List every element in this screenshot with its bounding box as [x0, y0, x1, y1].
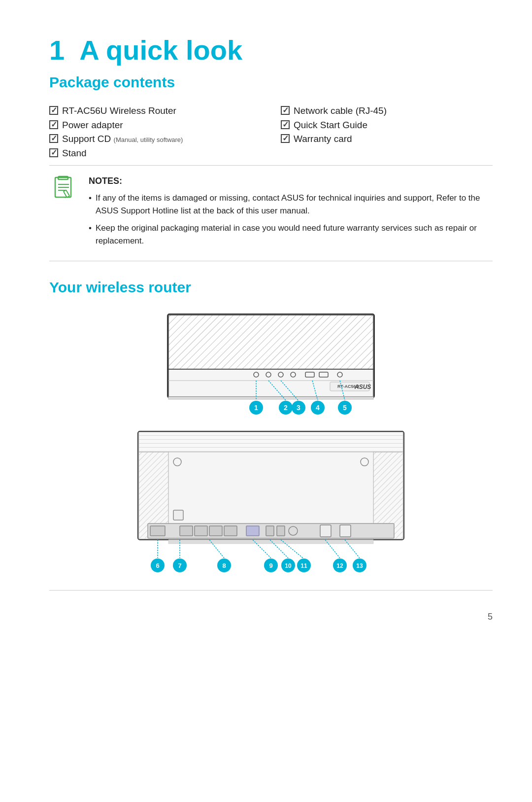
checkbox-icon [49, 134, 58, 143]
svg-rect-52 [209, 526, 222, 536]
wireless-router-title: Your wireless router [49, 276, 493, 298]
svg-text:9: 9 [269, 562, 272, 569]
svg-rect-59 [340, 525, 351, 537]
checkbox-icon [49, 148, 58, 157]
router-images: RT-AC56U ASUS 1 [49, 309, 493, 575]
svg-text:3: 3 [297, 404, 300, 412]
svg-rect-56 [277, 526, 285, 536]
list-item: Support CD (Manual, utility software) [49, 132, 261, 146]
wireless-router-section: Your wireless router [49, 276, 493, 575]
svg-rect-55 [266, 526, 274, 536]
item-label: RT-AC56U Wireless Router [62, 104, 176, 118]
svg-rect-54 [246, 526, 259, 536]
router-back-svg: 6 7 8 9 10 11 12 1 [133, 427, 409, 575]
checkbox-icon [49, 120, 58, 129]
notes-list: If any of the items is damaged or missin… [89, 192, 493, 247]
note-item: If any of the items is damaged or missin… [89, 192, 493, 217]
package-contents-title: Package contents [49, 71, 493, 93]
svg-rect-22 [168, 397, 373, 399]
list-item: Network cable (RJ-45) [281, 104, 493, 118]
svg-rect-50 [180, 526, 193, 536]
svg-text:7: 7 [178, 562, 181, 569]
svg-rect-9 [168, 315, 373, 369]
list-item: Warranty card [281, 132, 493, 146]
bottom-divider [49, 590, 493, 591]
notes-icon-area [49, 174, 79, 252]
svg-rect-51 [195, 526, 207, 536]
svg-rect-41 [139, 432, 403, 452]
item-label: Quick Start Guide [294, 118, 367, 133]
checkbox-icon [281, 106, 290, 115]
item-label: Network cable (RJ-45) [294, 104, 387, 118]
checkbox-icon [281, 120, 290, 129]
svg-text:5: 5 [343, 404, 347, 412]
list-item: Power adapter [49, 118, 261, 133]
svg-text:13: 13 [356, 562, 363, 569]
svg-rect-53 [224, 526, 237, 536]
chapter-number: 1 [49, 35, 65, 66]
item-small-text: (Manual, utility software) [114, 136, 183, 143]
svg-text:11: 11 [300, 562, 307, 569]
svg-rect-49 [150, 526, 165, 536]
package-items-right: Network cable (RJ-45) Quick Start Guide … [281, 104, 493, 160]
svg-text:4: 4 [316, 404, 320, 412]
router-front-view: RT-AC56U ASUS 1 [163, 309, 379, 418]
svg-text:6: 6 [156, 562, 159, 569]
svg-rect-5 [64, 190, 69, 197]
list-item: Quick Start Guide [281, 118, 493, 133]
list-item: Stand [49, 146, 261, 161]
svg-rect-47 [173, 510, 183, 520]
checkbox-icon [49, 106, 58, 115]
package-contents-section: Package contents RT-AC56U Wireless Route… [49, 71, 493, 261]
package-items-grid: RT-AC56U Wireless Router Power adapter S… [49, 104, 493, 160]
item-label: Warranty card [294, 132, 352, 146]
package-items-left: RT-AC56U Wireless Router Power adapter S… [49, 104, 261, 160]
svg-text:1: 1 [254, 404, 258, 412]
item-label: Support CD (Manual, utility software) [62, 132, 183, 146]
svg-rect-58 [320, 525, 331, 537]
list-item: RT-AC56U Wireless Router [49, 104, 261, 118]
svg-text:8: 8 [222, 562, 226, 569]
item-label: Stand [62, 146, 87, 161]
router-front-svg: RT-AC56U ASUS 1 [163, 309, 379, 418]
notepad-icon [51, 175, 77, 201]
notes-title: NOTES: [89, 174, 493, 188]
router-back-view: 6 7 8 9 10 11 12 1 [133, 427, 409, 575]
item-label: Power adapter [62, 118, 123, 133]
svg-text:10: 10 [285, 562, 292, 569]
svg-text:ASUS: ASUS [354, 384, 371, 390]
notes-content: NOTES: If any of the items is damaged or… [89, 174, 493, 252]
chapter-title: 1 A quick look [49, 30, 493, 71]
notes-box: NOTES: If any of the items is damaged or… [49, 165, 493, 261]
checkbox-icon [281, 134, 290, 143]
note-item: Keep the original packaging material in … [89, 222, 493, 247]
svg-text:2: 2 [284, 404, 288, 412]
chapter-title-text: A quick look [79, 35, 242, 66]
page-number: 5 [49, 610, 493, 624]
svg-text:12: 12 [336, 562, 343, 569]
